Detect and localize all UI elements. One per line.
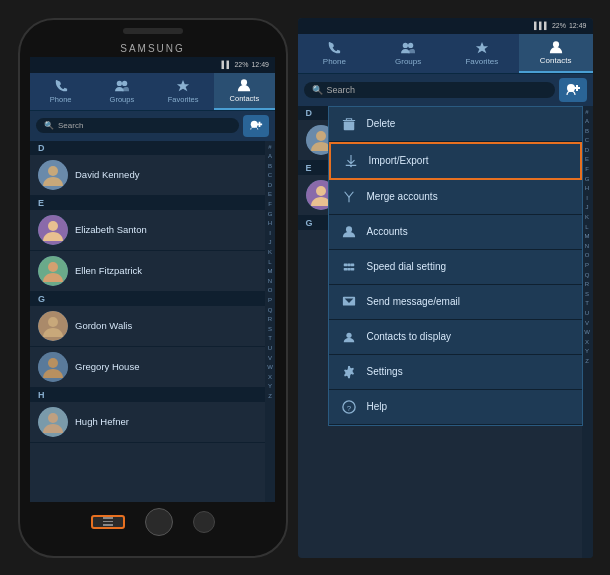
search-placeholder-r: Search	[327, 85, 356, 95]
status-bar-right: ▌▌▌ 22% 12:49	[298, 18, 593, 34]
menu-item-send-label: Send message/email	[367, 296, 460, 307]
contact-ellen-fitzpatrick[interactable]: Ellen Fitzpatrick	[30, 251, 265, 292]
home-button[interactable]	[145, 508, 173, 536]
contact-name: Gregory House	[75, 361, 139, 372]
svg-rect-33	[347, 267, 351, 270]
contact-david-kennedy[interactable]: David Kennedy	[30, 155, 265, 196]
contact-name: Gordon Walis	[75, 320, 132, 331]
contact-elizabeth-santon[interactable]: Elizabeth Santon	[30, 210, 265, 251]
avatar	[38, 311, 68, 341]
tab-contacts-r[interactable]: Contacts	[519, 34, 593, 73]
contact-list: D David Kennedy E Elizabeth Santon	[30, 141, 275, 502]
phone-bottom-bar	[20, 508, 286, 536]
menu-item-settings[interactable]: Settings	[329, 355, 582, 390]
tab-phone-r[interactable]: Phone	[298, 34, 372, 73]
menu-item-help[interactable]: ? Help	[329, 390, 582, 425]
battery-text: 22%	[234, 61, 248, 68]
tab-groups-label: Groups	[110, 95, 135, 104]
svg-point-1	[122, 80, 127, 85]
menu-item-send-message[interactable]: Send message/email	[329, 285, 582, 320]
menu-item-accounts-label: Accounts	[367, 226, 408, 237]
groups-icon	[114, 79, 130, 93]
avatar	[38, 352, 68, 382]
svg-point-14	[48, 358, 58, 368]
message-icon	[341, 294, 357, 310]
avatar	[38, 407, 68, 437]
contact-list-inner: D David Kennedy E Elizabeth Santon	[30, 141, 265, 502]
svg-point-28	[345, 226, 351, 232]
contact-gregory-house[interactable]: Gregory House	[30, 347, 265, 388]
search-input-wrap[interactable]: 🔍 Search	[36, 118, 239, 133]
menu-button[interactable]	[91, 515, 125, 529]
menu-item-import-export[interactable]: Import/Export	[329, 142, 582, 180]
trash-icon	[341, 116, 357, 132]
svg-point-3	[241, 79, 247, 85]
search-bar-right: 🔍 Search	[298, 74, 593, 106]
contact-hugh-hefner[interactable]: Hugh Hefner	[30, 402, 265, 443]
dial-icon	[341, 259, 357, 275]
context-menu: Delete Import/Export Merge accounts Acco…	[328, 106, 583, 426]
svg-point-12	[48, 317, 58, 327]
merge-icon	[341, 189, 357, 205]
svg-point-27	[350, 165, 352, 167]
menu-item-speed-dial-label: Speed dial setting	[367, 261, 447, 272]
svg-rect-26	[343, 121, 354, 130]
phone-icon	[53, 79, 69, 93]
menu-item-merge-accounts[interactable]: Merge accounts	[329, 180, 582, 215]
add-contact-button[interactable]	[243, 115, 269, 137]
svg-point-0	[117, 80, 122, 85]
tab-phone-r-label: Phone	[323, 57, 346, 66]
tab-favorites-label: Favorites	[168, 95, 199, 104]
tab-favorites-r[interactable]: Favorites	[445, 34, 519, 73]
accounts-icon	[341, 224, 357, 240]
tab-groups-r[interactable]: Groups	[371, 34, 445, 73]
search-input-right[interactable]: 🔍 Search	[304, 82, 555, 98]
menu-item-accounts[interactable]: Accounts	[329, 215, 582, 250]
tab-groups-r-label: Groups	[395, 57, 421, 66]
tab-contacts-label: Contacts	[230, 94, 260, 103]
menu-item-settings-label: Settings	[367, 366, 403, 377]
alpha-index-right[interactable]: # A B C D E F G H I J K L M N O P Q R S …	[582, 106, 593, 558]
menu-icon	[103, 517, 113, 526]
contact-gordon-walis[interactable]: Gordon Walis	[30, 306, 265, 347]
search-bar: 🔍 Search	[30, 111, 275, 141]
menu-item-help-label: Help	[367, 401, 388, 412]
menu-item-speed-dial[interactable]: Speed dial setting	[329, 250, 582, 285]
contact-name: Elizabeth Santon	[75, 224, 147, 235]
svg-rect-29	[343, 263, 347, 266]
help-icon: ?	[341, 399, 357, 415]
tab-groups[interactable]: Groups	[91, 73, 152, 110]
svg-point-23	[316, 131, 326, 141]
contact-name: Ellen Fitzpatrick	[75, 265, 142, 276]
time-display: 12:49	[251, 61, 269, 68]
svg-rect-34	[350, 267, 354, 270]
svg-text:?: ?	[346, 403, 351, 412]
svg-point-6	[48, 166, 58, 176]
contacts-icon	[236, 78, 252, 92]
display-icon	[341, 329, 357, 345]
svg-point-18	[408, 42, 413, 47]
svg-point-35	[346, 332, 351, 337]
svg-point-20	[553, 41, 559, 47]
tab-favorites-r-label: Favorites	[465, 57, 498, 66]
svg-point-16	[48, 413, 58, 423]
nav-tabs-right: Phone Groups Favorites Contacts	[298, 34, 593, 74]
nav-tabs: Phone Groups Favorites Contacts	[30, 73, 275, 111]
tab-contacts[interactable]: Contacts	[214, 73, 275, 110]
back-button[interactable]	[193, 511, 215, 533]
alpha-index[interactable]: # A B C D E F G H I J K L M N O P Q R S	[265, 141, 275, 502]
section-header-d: D	[30, 141, 265, 155]
tab-favorites[interactable]: Favorites	[153, 73, 214, 110]
menu-item-contacts-display[interactable]: Contacts to display	[329, 320, 582, 355]
menu-item-delete-label: Delete	[367, 118, 396, 129]
tab-phone[interactable]: Phone	[30, 73, 91, 110]
svg-point-8	[48, 221, 58, 231]
menu-item-delete[interactable]: Delete	[329, 107, 582, 142]
right-panel: ▌▌▌ 22% 12:49 Phone Groups Favorites Con…	[298, 18, 593, 558]
star-icon	[175, 79, 191, 93]
gear-icon	[341, 364, 357, 380]
add-contact-button-r[interactable]	[559, 78, 587, 102]
signal-icon: ▌▌	[222, 61, 232, 68]
section-header-g: G	[30, 292, 265, 306]
menu-item-import-label: Import/Export	[369, 155, 429, 166]
